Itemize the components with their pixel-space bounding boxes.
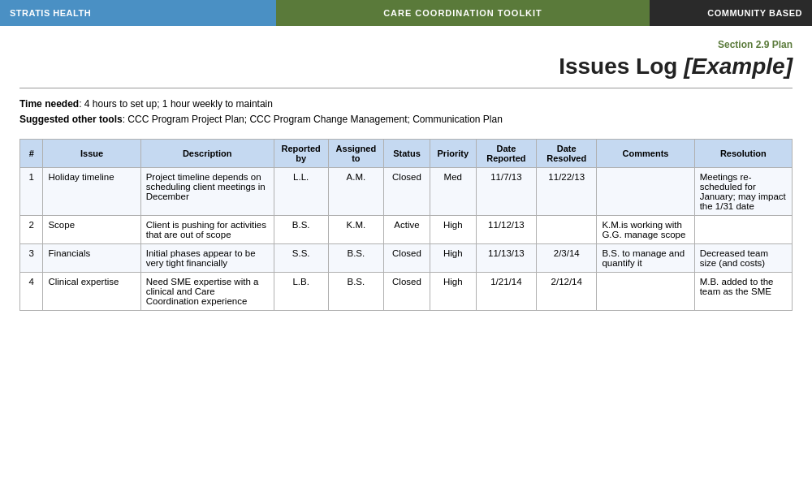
page-title: Issues Log [Example] (19, 54, 793, 80)
main-content: Section 2.9 Plan Issues Log [Example] Ti… (0, 26, 812, 324)
header-right: COMMUNITY BASED (650, 0, 812, 26)
header-resolution: Resolution (694, 140, 792, 168)
table-cell: Holiday timeline (43, 168, 140, 216)
org-name: STRATIS HEALTH (10, 8, 91, 18)
table-cell: Initial phases appear to be very tight f… (140, 244, 274, 273)
table-cell: Client is pushing for activities that ar… (140, 216, 274, 244)
table-cell: Meetings re-scheduled for January; may i… (694, 168, 792, 216)
table-cell: Clinical expertise (43, 273, 140, 311)
header-num: # (20, 140, 43, 168)
header-date-resolved: Date Resolved (537, 140, 597, 168)
table-cell: B.S. (328, 244, 383, 273)
header-description: Description (140, 140, 274, 168)
table-cell: Financials (43, 244, 140, 273)
header-comments: Comments (597, 140, 694, 168)
table-header-row: # Issue Description Reported by Assigned… (20, 140, 793, 168)
table-cell (694, 216, 792, 244)
table-cell: B.S. (328, 273, 383, 311)
page-title-italic: [Example] (684, 54, 793, 79)
table-cell: Closed (384, 168, 430, 216)
header-left: STRATIS HEALTH (0, 0, 276, 26)
table-cell: 2/12/14 (537, 273, 597, 311)
table-cell: 2/3/14 (537, 244, 597, 273)
top-header: STRATIS HEALTH CARE COORDINATION TOOLKIT… (0, 0, 812, 26)
table-cell: Closed (384, 273, 430, 311)
table-cell: Med (430, 168, 476, 216)
table-cell: L.L. (274, 168, 328, 216)
table-cell (597, 273, 694, 311)
community-label: COMMUNITY BASED (707, 8, 802, 18)
header-assigned-to: Assigned to (328, 140, 383, 168)
page-title-main: Issues Log (559, 54, 684, 79)
table-cell: K.M. (328, 216, 383, 244)
table-cell: 1/21/14 (476, 273, 536, 311)
table-cell: B.S. (274, 216, 328, 244)
header-date-reported: Date Reported (476, 140, 536, 168)
table-row: 3FinancialsInitial phases appear to be v… (20, 244, 793, 273)
table-row: 2ScopeClient is pushing for activities t… (20, 216, 793, 244)
table-cell: High (430, 273, 476, 311)
table-cell: High (430, 244, 476, 273)
time-value: : 4 hours to set up; 1 hour weekly to ma… (79, 98, 273, 110)
table-cell: Scope (43, 216, 140, 244)
header-issue: Issue (43, 140, 140, 168)
table-cell (537, 216, 597, 244)
table-cell: S.S. (274, 244, 328, 273)
table-cell: Closed (384, 244, 430, 273)
title-divider (19, 88, 793, 88)
table-cell: Decreased team size (and costs) (694, 244, 792, 273)
header-priority: Priority (430, 140, 476, 168)
time-label: Time needed (19, 98, 79, 110)
table-cell: A.M. (328, 168, 383, 216)
table-row: 1Holiday timelineProject timeline depend… (20, 168, 793, 216)
info-block: Time needed: 4 hours to set up; 1 hour w… (19, 97, 793, 127)
table-cell: 2 (20, 216, 43, 244)
table-cell: M.B. added to the team as the SME (694, 273, 792, 311)
table-cell: 11/7/13 (476, 168, 536, 216)
table-cell: 1 (20, 168, 43, 216)
table-cell: L.B. (274, 273, 328, 311)
table-cell (597, 168, 694, 216)
time-info: Time needed: 4 hours to set up; 1 hour w… (19, 97, 793, 112)
table-cell: 11/13/13 (476, 244, 536, 273)
suggested-label: Suggested other tools (19, 114, 123, 125)
table-cell: 3 (20, 244, 43, 273)
section-label: Section 2.9 Plan (19, 39, 793, 50)
table-cell: K.M.is working with G.G. manage scope (597, 216, 694, 244)
table-cell: 11/22/13 (537, 168, 597, 216)
suggested-info: Suggested other tools: CCC Program Proje… (19, 112, 793, 127)
table-cell: Project timeline depends on scheduling c… (140, 168, 274, 216)
table-cell: 4 (20, 273, 43, 311)
table-cell: Need SME expertise with a clinical and C… (140, 273, 274, 311)
header-status: Status (384, 140, 430, 168)
header-reported-by: Reported by (274, 140, 328, 168)
suggested-value: : CCC Program Project Plan; CCC Program … (123, 114, 503, 125)
table-cell: High (430, 216, 476, 244)
table-row: 4Clinical expertiseNeed SME expertise wi… (20, 273, 793, 311)
toolkit-name: CARE COORDINATION TOOLKIT (383, 8, 542, 18)
header-center: CARE COORDINATION TOOLKIT (276, 0, 650, 26)
table-cell: B.S. to manage and quantify it (597, 244, 694, 273)
table-cell: Active (384, 216, 430, 244)
issues-table: # Issue Description Reported by Assigned… (19, 139, 793, 311)
table-cell: 11/12/13 (476, 216, 536, 244)
